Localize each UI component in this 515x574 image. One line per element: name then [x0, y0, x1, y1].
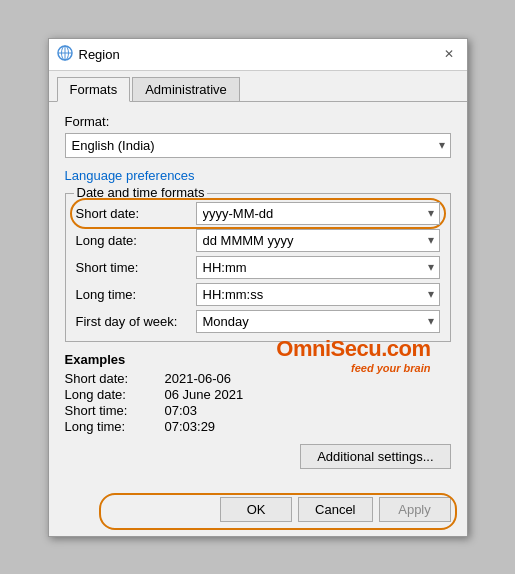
region-dialog: Region ✕ Formats Administrative Format: …: [48, 38, 468, 537]
first-day-label: First day of week:: [76, 314, 196, 329]
globe-icon: [57, 45, 73, 64]
additional-settings-button[interactable]: Additional settings...: [300, 444, 450, 469]
example-short-time-label: Short time:: [65, 403, 165, 418]
example-long-date-label: Long date:: [65, 387, 165, 402]
example-short-date-label: Short date:: [65, 371, 165, 386]
format-select-wrapper: English (India): [65, 133, 451, 158]
short-date-select-wrapper: yyyy-MM-dd: [196, 202, 440, 225]
example-short-date-value: 2021-06-06: [165, 371, 232, 386]
additional-settings-row: Additional settings...: [65, 444, 451, 469]
example-long-date: Long date: 06 June 2021: [65, 387, 451, 402]
short-time-row: Short time: HH:mm: [76, 256, 440, 279]
example-long-date-value: 06 June 2021: [165, 387, 244, 402]
date-time-group: Date and time formats Short date: yyyy-M…: [65, 193, 451, 342]
short-date-row: Short date: yyyy-MM-dd: [76, 202, 440, 225]
format-label: Format:: [65, 114, 451, 129]
example-long-time: Long time: 07:03:29: [65, 419, 451, 434]
long-time-row: Long time: HH:mm:ss: [76, 283, 440, 306]
title-bar: Region ✕: [49, 39, 467, 71]
example-short-time-value: 07:03: [165, 403, 198, 418]
example-short-date: Short date: 2021-06-06: [65, 371, 451, 386]
main-content: Format: English (India) Language prefere…: [49, 102, 467, 491]
examples-title: Examples: [65, 352, 451, 367]
long-date-row: Long date: dd MMMM yyyy: [76, 229, 440, 252]
tabs-bar: Formats Administrative: [49, 71, 467, 102]
long-date-select[interactable]: dd MMMM yyyy: [196, 229, 440, 252]
example-long-time-value: 07:03:29: [165, 419, 216, 434]
first-day-select-wrapper: Monday: [196, 310, 440, 333]
long-time-select-wrapper: HH:mm:ss: [196, 283, 440, 306]
examples-section: Examples Short date: 2021-06-06 Long dat…: [65, 352, 451, 434]
long-date-select-wrapper: dd MMMM yyyy: [196, 229, 440, 252]
window-title: Region: [79, 47, 120, 62]
short-date-label: Short date:: [76, 206, 196, 221]
bottom-buttons: OK Cancel Apply: [49, 491, 467, 536]
apply-button[interactable]: Apply: [379, 497, 451, 522]
example-short-time: Short time: 07:03: [65, 403, 451, 418]
short-time-select-wrapper: HH:mm: [196, 256, 440, 279]
format-select[interactable]: English (India): [65, 133, 451, 158]
long-time-label: Long time:: [76, 287, 196, 302]
tab-administrative[interactable]: Administrative: [132, 77, 240, 101]
close-button[interactable]: ✕: [439, 44, 459, 64]
short-time-select[interactable]: HH:mm: [196, 256, 440, 279]
first-day-row: First day of week: Monday: [76, 310, 440, 333]
first-day-select[interactable]: Monday: [196, 310, 440, 333]
long-time-select[interactable]: HH:mm:ss: [196, 283, 440, 306]
ok-button[interactable]: OK: [220, 497, 292, 522]
example-long-time-label: Long time:: [65, 419, 165, 434]
short-date-select[interactable]: yyyy-MM-dd: [196, 202, 440, 225]
cancel-button[interactable]: Cancel: [298, 497, 372, 522]
language-preferences-link[interactable]: Language preferences: [65, 168, 451, 183]
long-date-label: Long date:: [76, 233, 196, 248]
group-title: Date and time formats: [74, 185, 208, 200]
short-time-label: Short time:: [76, 260, 196, 275]
tab-formats[interactable]: Formats: [57, 77, 131, 102]
